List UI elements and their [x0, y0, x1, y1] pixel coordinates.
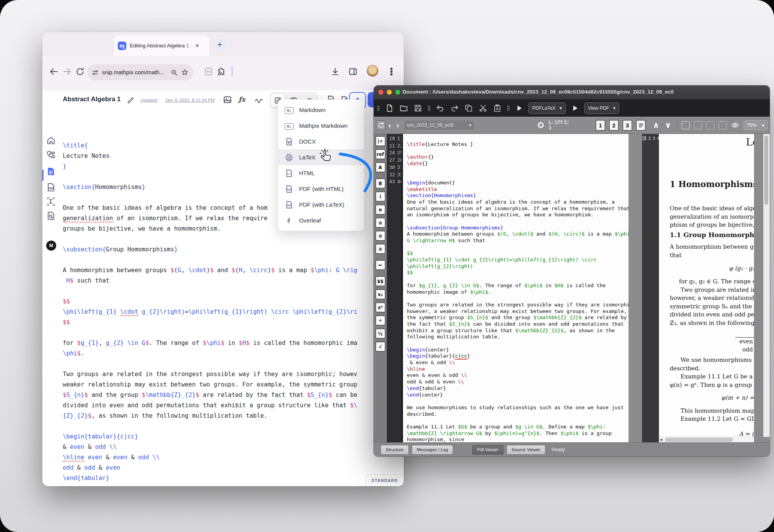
- tool-B[interactable]: B: [376, 179, 385, 188]
- source-line[interactable]: [60, 328, 404, 338]
- undo-icon[interactable]: [436, 104, 445, 113]
- source-line[interactable]: [60, 255, 404, 265]
- tex-source-line[interactable]: [407, 340, 629, 347]
- document-title[interactable]: Abstract Algebra 1: [63, 95, 121, 103]
- page-layout-button[interactable]: [636, 120, 645, 130]
- minimize-window-button[interactable]: [387, 90, 392, 95]
- scroll-down-icon[interactable]: ∨: [662, 120, 674, 130]
- tex-source-line[interactable]: One of the basic ideas of algebra is the…: [407, 199, 629, 206]
- tool-$$[interactable]: $$: [376, 276, 385, 286]
- tex-source-line[interactable]: the symmetric group $S_{n}$ and the grou…: [407, 315, 629, 321]
- source-line[interactable]: A homomorphism between groups $(G, \cdot…: [60, 265, 404, 276]
- tool-|+[interactable]: |+: [376, 136, 385, 146]
- tex-source-line[interactable]: \subsection{Group Homomorphisms}: [407, 225, 629, 231]
- tex-source-line[interactable]: \begin{tabular}{c|cc}: [407, 353, 629, 360]
- source-line[interactable]: \subsection{Group Homomorphisms}: [60, 244, 404, 255]
- sidebar-item-tree-icon[interactable]: [46, 150, 56, 160]
- pdf-vertical-scrollbar[interactable]: [763, 134, 770, 437]
- source-line[interactable]: \begin{tabular}{c|cc}: [60, 432, 404, 442]
- paste-icon[interactable]: [493, 104, 502, 113]
- profile-avatar[interactable]: [367, 65, 378, 77]
- source-line[interactable]: $S_{n}$ and the group $\mathbb{Z}_{2}$ a…: [60, 390, 404, 400]
- scroll-up-icon[interactable]: ∧: [650, 120, 662, 130]
- pdf-preview[interactable]: Lecture Notes1 HomomorphismsOne of the b…: [659, 134, 754, 443]
- tex-source-line[interactable]: [407, 398, 629, 405]
- tex-source-line[interactable]: \date{}: [407, 161, 629, 167]
- tex-source-line[interactable]: an isomorphism of groups be bijective, w…: [407, 212, 629, 218]
- tex-source-line[interactable]: \title{Lecture Notes }: [407, 141, 629, 148]
- back-icon[interactable]: [49, 67, 59, 77]
- source-line[interactable]: odd & odd & even: [60, 463, 404, 473]
- tex-source-line[interactable]: described.: [407, 411, 629, 418]
- tex-source-line[interactable]: [407, 417, 629, 424]
- tex-source-line[interactable]: \hline: [407, 366, 629, 373]
- tex-source-line[interactable]: even & even & odd \\: [407, 372, 629, 379]
- pdf-page-list[interactable]: 1234: [642, 134, 659, 443]
- sidebar-item-home-icon[interactable]: [46, 135, 56, 146]
- source-line[interactable]: weaker relationship may exist between tw…: [60, 380, 404, 390]
- tex-source-line[interactable]: Example 11.1 Let $G$ be a group and $g \…: [407, 424, 629, 430]
- page-count-button-3[interactable]: 3: [623, 120, 632, 130]
- status-tab-messages-log[interactable]: Messages / Log: [412, 445, 453, 455]
- sync-icon[interactable]: [376, 120, 386, 130]
- address-bar[interactable]: snip.mathpix.com/math...: [87, 64, 193, 80]
- source-line[interactable]: [60, 483, 404, 486]
- tex-source-line[interactable]: $$: [407, 250, 629, 257]
- sidebar-item-pdfon-icon[interactable]: PDF: [46, 182, 56, 192]
- typeset-command-dropdown[interactable]: PDFLaTeX▾: [528, 102, 566, 114]
- tex-source-line[interactable]: homomorphism, since: [407, 437, 629, 443]
- source-line[interactable]: {Z}_{2}$, as shown in the following mult…: [60, 411, 404, 421]
- tex-source-line[interactable]: natural generalization of an isomorphism…: [407, 206, 629, 212]
- tex-source-line[interactable]: the fact that $S_{n}$ can be divided int…: [407, 321, 629, 328]
- tex-source-line[interactable]: A homomorphism between groups $(G, \cdot…: [407, 231, 629, 238]
- tex-source-line[interactable]: $$: [407, 269, 629, 276]
- tex-source-line[interactable]: odd & odd & even \\: [407, 379, 629, 385]
- image-view-icon[interactable]: [222, 95, 232, 105]
- zoom-window-button[interactable]: [395, 90, 400, 95]
- source-line[interactable]: H$ such that: [60, 276, 404, 286]
- status-tab-source-viewer[interactable]: Source Viewer: [507, 445, 545, 455]
- zoom-icon[interactable]: [171, 69, 178, 76]
- close-window-button[interactable]: [378, 90, 383, 95]
- tex-source-line[interactable]: \phi\left(g_{1} \cdot g_{2}\right)=\phi\…: [407, 257, 629, 263]
- tex-source-line[interactable]: \begin{document}: [407, 180, 629, 186]
- sidebar-item-docsearch-icon[interactable]: [46, 211, 56, 221]
- source-line[interactable]: [60, 421, 404, 432]
- menu-item-pdf-with-latex-[interactable]: PDFPDF (with LaTeX): [278, 197, 364, 212]
- updated-date[interactable]: Dec 9, 2023, 8:12:34 PM: [165, 98, 214, 102]
- fit-width-icon[interactable]: [719, 121, 727, 129]
- updated-label[interactable]: Updated: [140, 98, 157, 102]
- typeset-run-icon[interactable]: [515, 104, 523, 112]
- tex-source-line[interactable]: \maketitle: [407, 186, 629, 193]
- tex-source-line[interactable]: [407, 218, 629, 225]
- tex-source-line[interactable]: & even & odd \\: [407, 360, 629, 366]
- handwriting-icon[interactable]: [254, 95, 264, 105]
- menu-item-mathpix-markdown[interactable]: M↓Mathpix Markdown: [278, 118, 364, 134]
- site-settings-icon[interactable]: [92, 69, 99, 76]
- zoom-dropdown[interactable]: 75%▾: [744, 120, 767, 130]
- menu-item-docx[interactable]: WDOCX: [278, 134, 364, 149]
- save-icon[interactable]: [413, 104, 423, 113]
- new-tab-button[interactable]: [213, 38, 226, 51]
- tool-↵[interactable]: ↵: [376, 260, 385, 270]
- source-line[interactable]: [60, 234, 404, 244]
- pdf-horizontal-scrollbar[interactable]: ◀: [659, 437, 754, 443]
- pdf-page-thumb-3[interactable]: 3: [651, 136, 655, 141]
- source-line[interactable]: \phi$.: [60, 348, 404, 359]
- tool-√[interactable]: √: [376, 342, 385, 351]
- page-count-button-2[interactable]: 2: [609, 120, 619, 130]
- select-region-icon[interactable]: [694, 121, 702, 129]
- tool-A[interactable]: A: [376, 162, 385, 172]
- tool-x²[interactable]: x²: [376, 303, 385, 312]
- bookmark-star-icon[interactable]: [181, 69, 189, 76]
- menu-item-latex[interactable]: ZIPLaTeX: [278, 149, 364, 165]
- page-count-button-1[interactable]: 1: [596, 120, 605, 130]
- tool-e[interactable]: e: [376, 205, 385, 214]
- browser-menu-icon[interactable]: [386, 67, 396, 77]
- source-line[interactable]: & even & odd \\: [60, 442, 404, 452]
- menu-item-pdf-with-html-[interactable]: PDFPDF (with HTML): [278, 181, 364, 197]
- source-line[interactable]: \end{tabular}: [60, 473, 404, 483]
- forward-icon[interactable]: [62, 67, 72, 77]
- tool-½[interactable]: ½: [376, 329, 385, 338]
- cut-icon[interactable]: [478, 104, 488, 113]
